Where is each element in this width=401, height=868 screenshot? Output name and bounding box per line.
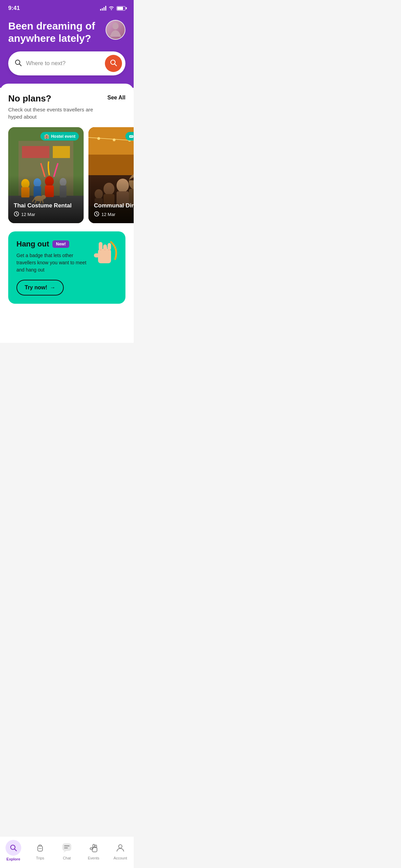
see-all-button[interactable]: See All [107, 93, 125, 101]
svg-rect-51 [99, 242, 102, 250]
wifi-icon [108, 5, 114, 11]
hangout-section: Hang out New! Get a badge that lets othe… [0, 223, 134, 312]
try-now-label: Try now! [25, 285, 47, 291]
header: Been dreaming of anywhere lately? Where … [0, 14, 134, 88]
free-icon: 🎟 [129, 134, 133, 139]
svg-point-0 [112, 23, 119, 29]
event-date-1: 12 Mar [14, 211, 78, 218]
status-bar: 9:41 [0, 0, 134, 14]
search-bar[interactable]: Where to next? [8, 51, 125, 75]
main-content: No plans? Check out these events travell… [0, 84, 134, 343]
signal-icon [100, 6, 106, 11]
svg-rect-29 [88, 127, 134, 155]
no-plans-title: No plans? [8, 93, 107, 104]
header-title: Been dreaming of anywhere lately? [8, 20, 97, 45]
svg-rect-53 [104, 246, 107, 250]
svg-point-32 [113, 138, 116, 141]
try-now-button[interactable]: Try now! → [16, 280, 64, 296]
no-plans-subtitle: Check out these events travellers are hy… [8, 106, 107, 120]
event-date-2: 12 Mar [94, 211, 134, 218]
battery-icon [117, 6, 125, 11]
svg-rect-54 [108, 243, 111, 250]
event-badge-1: 🏨 Hostel event [40, 132, 79, 141]
avatar[interactable] [106, 20, 125, 40]
no-plans-section-header: No plans? Check out these events travell… [0, 93, 134, 120]
hangout-card: Hang out New! Get a badge that lets othe… [8, 231, 125, 304]
svg-rect-49 [98, 249, 111, 263]
event-name-2: Communal Dinn... [94, 202, 134, 209]
status-time: 9:41 [8, 5, 20, 12]
hangout-title: Hang out [16, 240, 49, 249]
hangout-description: Get a badge that lets other travellers k… [16, 252, 87, 274]
status-icons [100, 5, 125, 11]
clock-icon-2 [94, 211, 99, 218]
svg-line-26 [16, 214, 17, 215]
event-name-1: Thai Costume Rental [14, 202, 78, 209]
event-card-1[interactable]: 🏨 Hostel event Thai Costume Rental 12 Ma… [8, 127, 84, 223]
svg-rect-8 [53, 146, 70, 158]
search-placeholder: Where to next? [26, 60, 105, 67]
search-left-icon [14, 59, 22, 68]
svg-line-48 [97, 214, 98, 215]
search-button-icon [110, 59, 117, 68]
event-badge-2: 🎟 Free event [125, 132, 134, 141]
svg-rect-50 [94, 253, 99, 257]
svg-line-4 [115, 64, 117, 66]
svg-line-2 [20, 64, 22, 66]
event-card-2[interactable]: 🎟 Free event Communal Dinn... 12 Mar [88, 127, 134, 223]
search-button[interactable] [105, 55, 122, 72]
try-now-arrow: → [50, 285, 56, 291]
new-badge: New! [52, 240, 69, 248]
svg-rect-7 [22, 146, 49, 158]
svg-point-31 [97, 137, 100, 140]
events-scroll: 🏨 Hostel event Thai Costume Rental 12 Ma… [0, 127, 134, 223]
hostel-icon: 🏨 [44, 134, 49, 139]
hangout-illustration [91, 237, 119, 269]
clock-icon-1 [14, 211, 19, 218]
